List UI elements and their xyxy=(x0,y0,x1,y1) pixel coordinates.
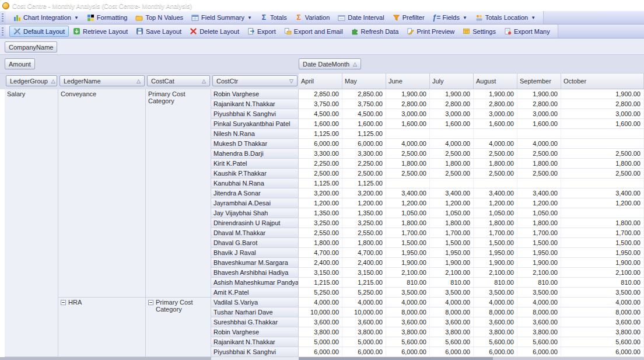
data-cell[interactable]: 2,500.00 xyxy=(299,169,342,179)
data-cell[interactable]: 2,500.00 xyxy=(474,149,517,159)
data-cell[interactable]: 1,950.00 xyxy=(474,248,517,258)
data-cell[interactable]: 1,800.00 xyxy=(342,238,386,248)
data-cell[interactable]: 2,500.00 xyxy=(386,169,430,179)
data-cell[interactable] xyxy=(474,179,517,188)
export-button[interactable]: Export xyxy=(243,26,280,37)
costcat-cell[interactable]: Primary Cost Category xyxy=(146,298,211,357)
refresh-data-button[interactable]: Refresh Data xyxy=(347,26,403,37)
row-header-cell[interactable]: Rajanikant N.Thakkar xyxy=(211,99,299,109)
formatting-button[interactable]: Formatting xyxy=(83,12,132,23)
column-header-september[interactable]: September xyxy=(517,74,561,89)
data-cell[interactable]: 4,000.00 xyxy=(474,298,517,307)
data-cell[interactable]: 3,400.00 xyxy=(561,188,644,198)
data-cell[interactable]: 1,200.00 xyxy=(299,198,342,208)
data-cell[interactable]: 3,500.00 xyxy=(430,288,474,298)
data-cell[interactable]: 1,950.00 xyxy=(517,248,561,258)
data-cell[interactable]: 1,800.00 xyxy=(561,159,644,169)
column-header-july[interactable]: July xyxy=(430,74,474,89)
data-cell[interactable] xyxy=(517,129,561,139)
data-cell[interactable]: 2,100.00 xyxy=(561,268,644,278)
data-cell[interactable]: 1,800.00 xyxy=(299,238,342,248)
data-cell[interactable]: 5,600.00 xyxy=(474,337,517,347)
data-cell[interactable]: 3,000.00 xyxy=(430,109,474,119)
data-cell[interactable]: 3,800.00 xyxy=(299,327,342,337)
data-cell[interactable]: 6,000.00 xyxy=(517,347,561,357)
data-cell[interactable]: 1,900.00 xyxy=(430,258,474,268)
data-cell[interactable]: 2,500.00 xyxy=(561,149,644,159)
data-cell[interactable]: 6,000.00 xyxy=(342,139,386,149)
data-cell[interactable]: 6,000.00 xyxy=(299,139,342,149)
collapse-icon[interactable] xyxy=(61,300,66,305)
data-cell[interactable]: 1,900.00 xyxy=(474,89,517,99)
data-cell[interactable]: 3,800.00 xyxy=(561,327,644,337)
data-cell[interactable]: 1,600.00 xyxy=(561,119,644,129)
row-header-cell[interactable]: Piyushbhai K Sanghvi xyxy=(211,347,299,357)
row-header-cell[interactable]: Bhavik J Raval xyxy=(211,248,299,258)
data-cell[interactable]: 2,500.00 xyxy=(517,149,561,159)
data-cell[interactable] xyxy=(517,179,561,188)
row-header-cell[interactable]: Bhavesh Arshibhai Hadiya xyxy=(211,268,299,278)
data-cell[interactable]: 6,000.00 xyxy=(474,347,517,357)
data-cell[interactable]: 3,600.00 xyxy=(430,317,474,327)
data-cell[interactable]: 1,950.00 xyxy=(430,248,474,258)
data-cell[interactable]: 2,500.00 xyxy=(517,169,561,179)
data-cell[interactable]: 1,125.00 xyxy=(342,129,386,139)
data-cell[interactable]: 3,500.00 xyxy=(561,288,644,298)
data-cell[interactable]: 3,600.00 xyxy=(386,317,430,327)
data-cell[interactable]: 2,850.00 xyxy=(299,89,342,99)
data-cell[interactable]: 3,800.00 xyxy=(386,327,430,337)
data-cell[interactable]: 3,200.00 xyxy=(342,188,386,198)
row-header-cell[interactable]: Kanubhai N.Rana xyxy=(211,179,299,188)
print-preview-button[interactable]: Print Preview xyxy=(402,26,459,37)
data-cell[interactable]: 1,800.00 xyxy=(386,218,430,228)
data-cell[interactable]: 2,250.00 xyxy=(342,159,386,169)
data-cell[interactable]: 2,400.00 xyxy=(342,258,386,268)
data-cell[interactable]: 1,200.00 xyxy=(386,198,430,208)
row-header-cell[interactable]: Pinkal Suryakantbhai Patel xyxy=(211,119,299,129)
data-cell[interactable] xyxy=(430,129,474,139)
data-cell[interactable]: 4,000.00 xyxy=(561,298,644,307)
data-cell[interactable]: 1,900.00 xyxy=(517,89,561,99)
data-cell[interactable]: 1,050.00 xyxy=(430,208,474,218)
row-header-cell[interactable]: Dhaval M.Thakkar xyxy=(211,228,299,238)
data-cell[interactable]: 5,600.00 xyxy=(430,337,474,347)
data-cell[interactable]: 2,100.00 xyxy=(474,268,517,278)
data-cell[interactable] xyxy=(561,208,644,218)
row-header-cell[interactable]: Mahendra B.Darji xyxy=(211,149,299,159)
data-cell[interactable]: 8,000.00 xyxy=(517,307,561,317)
data-cell[interactable]: 2,100.00 xyxy=(430,268,474,278)
data-cell[interactable]: 2,500.00 xyxy=(474,169,517,179)
data-cell[interactable]: 1,800.00 xyxy=(430,218,474,228)
data-cell[interactable]: 1,200.00 xyxy=(474,198,517,208)
data-cell[interactable] xyxy=(561,129,644,139)
data-cell[interactable]: 4,000.00 xyxy=(430,139,474,149)
data-cell[interactable]: 3,800.00 xyxy=(474,327,517,337)
row-header-cell[interactable]: Mukesh D Thakkar xyxy=(211,139,299,149)
data-cell[interactable]: 4,000.00 xyxy=(342,298,386,307)
data-cell[interactable]: 810.00 xyxy=(430,278,474,288)
data-cell[interactable]: 2,800.00 xyxy=(474,99,517,109)
data-cell[interactable]: 810.00 xyxy=(561,278,644,288)
row-header-cell[interactable]: Jitendra A Sonar xyxy=(211,188,299,198)
data-cell[interactable]: 3,400.00 xyxy=(430,188,474,198)
data-cell[interactable]: 4,000.00 xyxy=(299,298,342,307)
data-cell[interactable]: 1,500.00 xyxy=(386,238,430,248)
data-cell[interactable]: 3,750.00 xyxy=(299,99,342,109)
toolbar-grip[interactable] xyxy=(2,13,4,22)
data-cell[interactable]: 810.00 xyxy=(386,278,430,288)
data-cell[interactable]: 1,200.00 xyxy=(517,198,561,208)
data-cell[interactable]: 2,250.00 xyxy=(299,159,342,169)
save-layout-button[interactable]: Save Layout xyxy=(132,26,186,37)
data-cell[interactable]: 2,100.00 xyxy=(386,268,430,278)
data-cell[interactable]: 1,800.00 xyxy=(474,218,517,228)
data-cell[interactable]: 1,700.00 xyxy=(561,228,644,238)
row-header-cell[interactable]: Jay Vijaybhai Shah xyxy=(211,208,299,218)
export-and-email-button[interactable]: Export and Email xyxy=(280,26,347,37)
row-header-cell[interactable]: Tushar Narhari Dave xyxy=(211,307,299,317)
data-cell[interactable]: 1,600.00 xyxy=(342,119,386,129)
field-summary-button[interactable]: Field Summary ▼ xyxy=(187,12,256,23)
data-cell[interactable]: 3,800.00 xyxy=(430,327,474,337)
data-cell[interactable] xyxy=(386,129,430,139)
ledgername-cell[interactable]: HRA xyxy=(58,298,145,357)
data-cell[interactable]: 1,900.00 xyxy=(430,89,474,99)
